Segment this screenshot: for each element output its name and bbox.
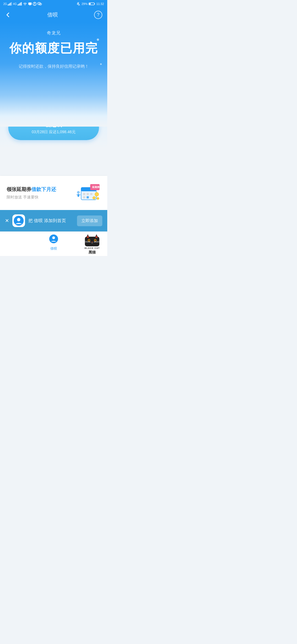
promo-title-blue: 借款下月还 (31, 186, 56, 193)
promo-left: 领张延期券借款下月还 限时放送 手速要快 (7, 186, 56, 200)
black-cat-text: BLACK CAT (84, 247, 100, 249)
svg-text:延期券: 延期券 (92, 186, 100, 189)
add-to-home-button[interactable]: 立即添加 (77, 215, 102, 226)
hero-title: 你的额度已用完 (6, 41, 102, 56)
svg-point-34 (77, 191, 80, 194)
banner-text: 把 借呗 添加到首页 (28, 218, 74, 224)
banner-app-icon (12, 214, 25, 227)
svg-rect-28 (87, 196, 89, 198)
status-left: 2G 4G (3, 2, 42, 6)
hero-description: 记得按时还款，保持良好信用记录哟！ (6, 64, 102, 69)
svg-point-17 (40, 4, 41, 4)
status-bar: 2G 4G (0, 0, 107, 8)
svg-rect-6 (20, 3, 21, 6)
promo-title: 领张延期券借款下月还 (7, 186, 56, 193)
middle-spacer (0, 148, 107, 176)
add-button-label: 立即添加 (81, 218, 98, 223)
svg-rect-19 (94, 3, 95, 4)
svg-point-40 (52, 236, 55, 239)
wechat-icon (37, 2, 42, 6)
svg-rect-5 (19, 4, 20, 6)
mute-icon (77, 2, 80, 6)
svg-rect-8 (28, 2, 32, 5)
jiebei-icon-svg (49, 234, 58, 243)
black-cat-cn-label: 黑猫 (89, 250, 96, 255)
promo-description: 限时放送 手速要快 (7, 195, 56, 200)
hero-subtitle: 奇龙兄 (6, 30, 102, 36)
status-right: 29% 11:32 (77, 2, 104, 6)
svg-rect-35 (78, 194, 79, 197)
jiebei-nav-icon (49, 234, 58, 245)
svg-rect-2 (10, 3, 11, 6)
time-display: 11:32 (96, 2, 104, 6)
svg-point-33 (97, 197, 99, 200)
avatar-icon (33, 2, 37, 6)
battery-pct: 29% (81, 2, 87, 6)
svg-point-32 (93, 197, 95, 199)
top-nav: 借呗 ? (0, 8, 107, 22)
help-button[interactable]: ? (94, 11, 102, 19)
black-cat-watermark: BLACK CAT 黑猫 (77, 233, 107, 256)
svg-rect-25 (87, 193, 89, 195)
network-type: 4G (13, 2, 16, 6)
svg-point-15 (39, 3, 40, 4)
svg-rect-20 (89, 3, 91, 5)
help-icon: ? (97, 12, 100, 17)
svg-point-11 (34, 3, 35, 4)
hero-section: 奇龙兄 你的额度已用完 记得按时还款，保持良好信用记录哟！ (0, 22, 107, 127)
back-button[interactable] (5, 12, 11, 18)
svg-point-14 (38, 3, 39, 4)
page-title: 借呗 (47, 11, 58, 18)
signal-text: 2G (3, 2, 7, 6)
battery-icon (89, 2, 95, 6)
svg-point-31 (95, 192, 99, 196)
promo-title-black: 领张延期券 (7, 186, 31, 193)
svg-rect-3 (11, 2, 12, 6)
signal-bars-icon (8, 2, 12, 6)
bottom-banner: ✕ 把 借呗 添加到首页 立即添加 (0, 210, 107, 231)
svg-rect-24 (83, 193, 85, 195)
message-icon (28, 2, 32, 6)
svg-point-38 (17, 218, 20, 221)
svg-rect-7 (21, 2, 22, 6)
promo-illustration-svg: 延期券 (74, 182, 102, 204)
svg-marker-9 (29, 5, 31, 6)
svg-rect-0 (8, 4, 9, 6)
promo-image: 延期券 (74, 182, 102, 204)
svg-point-49 (95, 240, 96, 241)
svg-point-48 (88, 240, 89, 241)
signal-bars2-icon (18, 2, 22, 6)
back-arrow-icon (5, 12, 11, 18)
svg-rect-26 (90, 193, 92, 195)
bottom-nav: 借呗 (0, 231, 107, 256)
nav-item-jiebei-label: 借呗 (50, 246, 57, 251)
banner-close-button[interactable]: ✕ (5, 218, 9, 224)
app-icon-svg (14, 216, 24, 226)
black-cat-logo-svg (82, 233, 102, 248)
repay-button-sublabel: 03月28日 应还1,098.46元 (14, 130, 94, 135)
svg-rect-1 (9, 4, 10, 6)
svg-rect-4 (18, 4, 18, 6)
promo-card[interactable]: 领张延期券借款下月还 限时放送 手速要快 延期券 (0, 176, 107, 210)
svg-rect-27 (83, 196, 85, 198)
wifi-icon (23, 2, 27, 6)
svg-point-16 (40, 4, 40, 4)
